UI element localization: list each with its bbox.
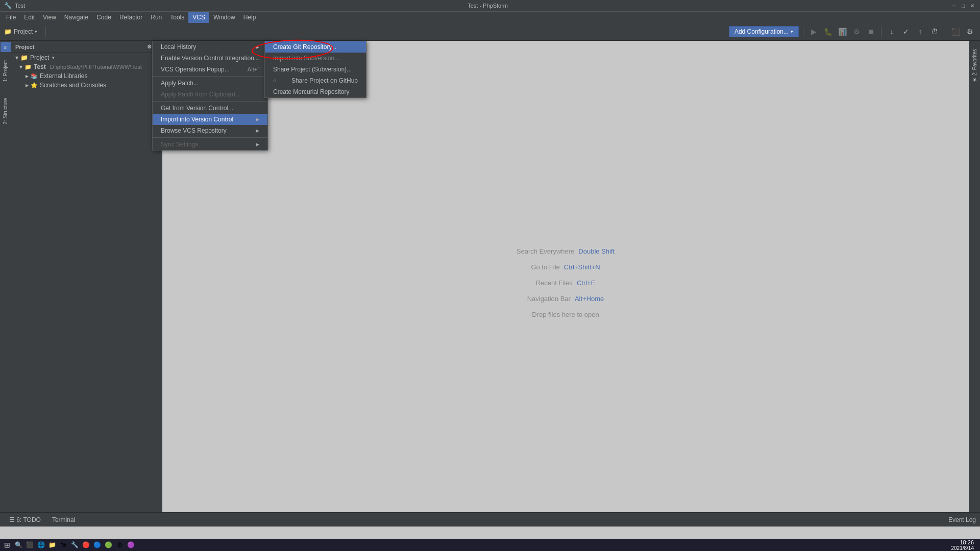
- add-configuration-button[interactable]: Add Configuration... ▾: [729, 26, 799, 37]
- menu-code[interactable]: Code: [92, 12, 115, 23]
- vcs-history-button[interactable]: ⏱: [928, 26, 941, 38]
- file-explorer-button[interactable]: 📁: [47, 540, 57, 550]
- todo-tab-label: ☰ 6: TODO: [9, 516, 41, 523]
- task-view-button[interactable]: ⬛: [24, 540, 35, 550]
- structure-vtab[interactable]: 2: Structure: [2, 94, 9, 129]
- settings-button[interactable]: ⚙: [964, 26, 976, 38]
- menu-edit[interactable]: Edit: [20, 12, 39, 23]
- vcs-menu-import-into-vcs[interactable]: Import into Version Control ▶: [153, 114, 267, 125]
- menu-refactor[interactable]: Refactor: [115, 12, 146, 23]
- app-icon-2[interactable]: 🔵: [92, 540, 102, 550]
- vcs-menu-apply-patch[interactable]: Apply Patch...: [153, 78, 267, 89]
- add-config-dropdown-icon: ▾: [791, 29, 793, 34]
- toolbar-separator-4: [945, 27, 945, 37]
- menu-file[interactable]: File: [2, 12, 20, 23]
- test-folder-label: Test: [34, 63, 46, 70]
- hint-search-label: Search Everywhere: [517, 247, 574, 255]
- add-config-label: Add Configuration...: [734, 28, 789, 35]
- tree-item-test[interactable]: ▾ 📁 Test D:\phpStudy\PHPTutorial\WWW\Tes…: [11, 62, 162, 71]
- terminal-tab[interactable]: Terminal: [47, 514, 80, 526]
- search-taskbar-button[interactable]: 🔍: [13, 540, 23, 550]
- project-arrow-icon: ▾: [15, 54, 18, 61]
- ext-libs-icon: 📚: [31, 73, 38, 80]
- browse-vcs-label: Browse VCS Repository: [161, 127, 227, 134]
- start-button[interactable]: ⊞: [2, 540, 12, 550]
- share-github-icon: ○: [273, 78, 277, 84]
- vcs-update-button[interactable]: ↓: [886, 26, 898, 38]
- phpstorm-button[interactable]: 🔧: [69, 540, 80, 550]
- event-log[interactable]: Event Log: [948, 516, 976, 523]
- vcs-menu-local-history[interactable]: Local History ▶: [153, 41, 267, 53]
- toolbar-project[interactable]: 📁 Project ▾: [4, 28, 37, 35]
- hint-nav-bar: Navigation Bar Alt+Home: [527, 295, 604, 303]
- menu-run[interactable]: Run: [146, 12, 166, 23]
- maximize-button[interactable]: □: [960, 2, 967, 9]
- test-folder-arrow: ▾: [19, 63, 22, 70]
- test-folder-icon: 📁: [24, 64, 32, 70]
- bottombar: ☰ 6: TODO Terminal Event Log: [0, 512, 980, 527]
- coverage-button: 📊: [836, 26, 848, 38]
- tree-item-external-libs[interactable]: ▸ 📚 External Libraries: [11, 71, 162, 81]
- menu-tools[interactable]: Tools: [166, 12, 188, 23]
- project-root-label: Project: [30, 54, 49, 61]
- taskbar-time-area: 18:26 2021/8/14: [951, 539, 978, 551]
- project-panel-settings-icon[interactable]: ⚙: [147, 44, 152, 49]
- submenu-create-mercurial[interactable]: Create Mercurial Repository: [265, 86, 366, 97]
- submenu-create-git[interactable]: Create Git Repository...: [265, 41, 366, 53]
- terminal-tab-label: Terminal: [52, 516, 75, 523]
- favorites-vtab[interactable]: ★ 2: Favorites: [971, 45, 978, 87]
- vcs-menu-sync-settings: Sync Settings ▶: [153, 139, 267, 150]
- apply-patch-clipboard-label: Apply Patch from Clipboard...: [161, 91, 240, 98]
- menu-window[interactable]: Window: [209, 12, 239, 23]
- hint-recent-label: Recent Files: [536, 279, 573, 287]
- project-folder-icon: 📁: [4, 28, 12, 35]
- vcs-menu-browse-vcs[interactable]: Browse VCS Repository ▶: [153, 125, 267, 136]
- vcs-menu-vcs-ops[interactable]: VCS Operations Popup... Alt+`: [153, 64, 267, 75]
- vcs-push-button[interactable]: ↑: [914, 26, 926, 38]
- vcs-ops-label: VCS Operations Popup...: [161, 66, 230, 73]
- app-icon-5[interactable]: 🟣: [126, 540, 136, 550]
- close-button[interactable]: ✕: [969, 2, 976, 9]
- vcs-menu-enable-vcs[interactable]: Enable Version Control Integration...: [153, 53, 267, 64]
- todo-tab[interactable]: ☰ 6: TODO: [4, 514, 46, 526]
- titlebar-title: Test - PhpStorm: [468, 3, 508, 9]
- toolbar-separator-3: [881, 27, 881, 37]
- menu-vcs[interactable]: VCS: [188, 12, 209, 23]
- app-icon-1[interactable]: 🔴: [81, 540, 91, 550]
- project-tab-button[interactable]: ≡: [1, 42, 11, 52]
- scratches-icon: ⭐: [31, 82, 38, 89]
- hint-recent-key: Ctrl+E: [577, 279, 595, 287]
- submenu-share-github[interactable]: ○ Share Project on GitHub: [265, 75, 366, 86]
- terminal-button[interactable]: ⬛: [949, 26, 962, 38]
- tree-item-project[interactable]: ▾ 📁 Project ▾: [11, 53, 162, 62]
- taskbar-time: 18:26: [960, 539, 974, 545]
- create-git-label: Create Git Repository...: [273, 43, 337, 51]
- menu-help[interactable]: Help: [239, 12, 260, 23]
- menu-navigate[interactable]: Navigate: [60, 12, 92, 23]
- tree-item-scratches[interactable]: ▸ ⭐ Scratches and Consoles: [11, 81, 162, 90]
- import-into-vcs-label: Import into Version Control: [161, 116, 233, 123]
- browse-vcs-arrow: ▶: [256, 128, 259, 133]
- project-vtab[interactable]: 1: Project: [2, 56, 9, 86]
- vcs-menu-get-from-vcs[interactable]: Get from Version Control...: [153, 103, 267, 114]
- project-root-arrow[interactable]: ▾: [52, 55, 55, 60]
- vcs-commit-button[interactable]: ✓: [900, 26, 912, 38]
- menu-view[interactable]: View: [39, 12, 60, 23]
- store-button[interactable]: 🛍: [58, 540, 68, 550]
- app-icon-4[interactable]: ⚙: [114, 540, 125, 550]
- edge-button[interactable]: 🌐: [36, 540, 46, 550]
- hint-search-everywhere: Search Everywhere Double Shift: [517, 247, 615, 255]
- minimize-button[interactable]: ─: [950, 2, 958, 9]
- app-icon-3[interactable]: 🟢: [103, 540, 113, 550]
- ext-libs-arrow: ▸: [26, 72, 29, 80]
- import-subversion-label: Import into Subversion....: [273, 55, 341, 62]
- submenu-share-subversion[interactable]: Share Project (Subversion)...: [265, 64, 366, 75]
- toolbar-project-arrow: ▾: [35, 29, 37, 34]
- titlebar-project: Test: [15, 3, 25, 9]
- share-subversion-label: Share Project (Subversion)...: [273, 66, 352, 73]
- local-history-arrow: ▶: [256, 44, 259, 49]
- import-into-vcs-arrow: ▶: [256, 117, 259, 122]
- sync-settings-arrow: ▶: [256, 142, 259, 147]
- submenu-import-subversion[interactable]: Import into Subversion....: [265, 53, 366, 64]
- right-tab-strip: ★ 2: Favorites: [969, 41, 980, 524]
